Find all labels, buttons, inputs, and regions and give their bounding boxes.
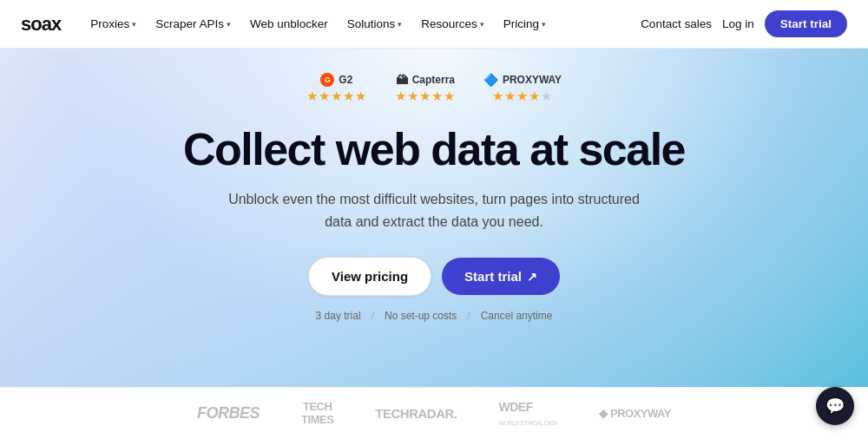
chevron-down-icon: ▾ [132, 20, 136, 29]
proxyway-icon: 🔷 [483, 73, 498, 87]
logo[interactable]: soax [21, 13, 61, 36]
nav-right: Contact sales Log in Start trial [641, 10, 847, 37]
trust-badges: G G2 ★★★★★ 🏔 Capterra ★★★★★ 🔷 PROXYWAY ★… [306, 73, 562, 104]
tech-times-logo: TECHTIMES [301, 401, 333, 426]
nav-item-solutions[interactable]: Solutions ▾ [339, 12, 411, 36]
chat-icon: 💬 [825, 396, 845, 416]
fine-print-trial: 3 day trial [316, 310, 361, 322]
nav-item-web-unblocker[interactable]: Web unblocker [241, 12, 337, 36]
chevron-down-icon: ▾ [480, 20, 484, 29]
capterra-label: Capterra [412, 74, 455, 86]
nav-item-pricing[interactable]: Pricing ▾ [495, 12, 555, 36]
separator: / [467, 310, 470, 322]
contact-sales-link[interactable]: Contact sales [641, 17, 712, 30]
logos-bar: Forbes TECHTIMES techradar. WDEFWORLD ET… [0, 387, 868, 439]
g2-stars: ★★★★★ [306, 88, 367, 104]
hero-section: G G2 ★★★★★ 🏔 Capterra ★★★★★ 🔷 PROXYWAY ★… [0, 49, 868, 387]
chat-button[interactable]: 💬 [816, 387, 854, 425]
separator: / [372, 310, 374, 322]
wdef-logo: WDEFWORLD ETHICAL DATA [498, 400, 557, 428]
fine-print: 3 day trial / No set-up costs / Cancel a… [316, 310, 553, 322]
nav-item-resources[interactable]: Resources ▾ [412, 12, 493, 36]
arrow-icon: ↗ [527, 270, 537, 284]
start-trial-nav-button[interactable]: Start trial [765, 10, 847, 37]
g2-badge: G G2 ★★★★★ [306, 73, 367, 104]
hero-subheadline: Unblock even the most difficult websites… [226, 188, 642, 233]
chevron-down-icon: ▾ [542, 20, 546, 29]
navbar: soax Proxies ▾ Scraper APIs ▾ Web unbloc… [0, 0, 868, 49]
capterra-badge: 🏔 Capterra ★★★★★ [395, 73, 456, 104]
capterra-stars: ★★★★★ [395, 88, 456, 104]
forbes-logo: Forbes [197, 404, 260, 423]
chevron-down-icon: ▾ [227, 20, 231, 29]
cta-buttons: View pricing Start trial ↗ [308, 257, 560, 296]
login-button[interactable]: Log in [722, 17, 754, 30]
nav-item-scraper-apis[interactable]: Scraper APIs ▾ [147, 12, 240, 36]
nav-links: Proxies ▾ Scraper APIs ▾ Web unblocker S… [82, 12, 634, 36]
g2-label: G2 [339, 74, 352, 86]
proxyway-stars: ★★★★★ [492, 88, 553, 104]
chevron-down-icon: ▾ [398, 20, 402, 29]
proxyway-logo: ◆ PROXYWAY [599, 407, 671, 420]
g2-icon: G [320, 73, 334, 87]
view-pricing-button[interactable]: View pricing [308, 257, 431, 296]
fine-print-no-setup: No set-up costs [385, 310, 457, 322]
proxyway-label: PROXYWAY [503, 74, 562, 86]
hero-headline: Collect web data at scale [183, 125, 685, 174]
techradar-logo: techradar. [375, 406, 457, 421]
nav-item-proxies[interactable]: Proxies ▾ [82, 12, 145, 36]
capterra-icon: 🏔 [396, 73, 408, 87]
proxyway-badge: 🔷 PROXYWAY ★★★★★ [483, 73, 562, 104]
hero-content: G G2 ★★★★★ 🏔 Capterra ★★★★★ 🔷 PROXYWAY ★… [0, 73, 868, 322]
fine-print-cancel: Cancel anytime [481, 310, 553, 322]
start-trial-button[interactable]: Start trial ↗ [442, 258, 560, 295]
